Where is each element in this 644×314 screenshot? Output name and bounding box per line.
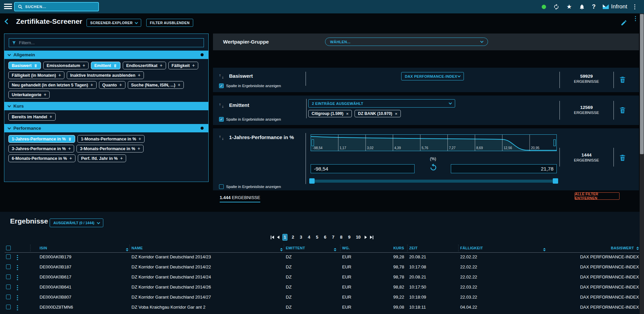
delete-filter-trash-icon[interactable] — [618, 106, 627, 114]
remove-chip-icon[interactable]: × — [395, 111, 397, 116]
column-header-basiswert[interactable]: BASISWERT — [553, 244, 639, 252]
range-left-handle[interactable] — [312, 139, 314, 146]
row-kebab-menu-icon[interactable] — [17, 285, 18, 286]
hide-filters-button[interactable]: FILTER AUSBLENDEN — [146, 19, 193, 27]
search-input[interactable]: SUCHEN... — [14, 2, 99, 11]
titlebar-kebab-menu-icon[interactable] — [635, 16, 636, 17]
pagination-page-6[interactable]: 6 — [323, 234, 328, 241]
pagination-page-10[interactable]: 10 — [355, 234, 362, 241]
filter-tag[interactable]: 1-Monats-Performance in %+ — [77, 135, 145, 143]
range-right-handle[interactable] — [553, 139, 556, 146]
pagination-prev-button[interactable] — [277, 234, 279, 241]
column-header-wg[interactable]: WG. — [342, 244, 350, 252]
reset-range-icon[interactable] — [429, 163, 437, 171]
table-row[interactable]: DE000AK0B187DZ Korridor Garant Deutschla… — [0, 262, 644, 272]
table-row[interactable]: DE000AK0B617DZ Korridor Garant Deutschla… — [0, 272, 644, 282]
filter-tag[interactable]: Unterkategorie+ — [8, 91, 50, 99]
filter-tag[interactable]: Fälligkeit (in Monaten)+ — [8, 71, 64, 79]
filter-tag[interactable]: Inaktive Instrumente ausblenden+ — [67, 71, 144, 79]
wertpapier-gruppe-select[interactable]: WÄHLEN... — [325, 38, 488, 46]
row-checkbox[interactable] — [6, 254, 11, 259]
filter-search-input[interactable] — [19, 40, 201, 45]
pagination-page-4[interactable]: 4 — [307, 234, 312, 241]
basiswert-dropdown[interactable]: DAX PERFORMANCE-INDEX — [401, 72, 464, 80]
pagination-page-8[interactable]: 8 — [339, 234, 344, 241]
table-row[interactable]: DE000DZ8TMN6DZ Voba Kraichgau Korridor G… — [0, 302, 644, 312]
pagination-next-button[interactable] — [365, 234, 367, 241]
filter-tag[interactable]: 3-Monats-Performance in %+ — [76, 145, 144, 152]
table-row[interactable]: DE000AK0B807DZ Korridor Garant Deutschla… — [0, 292, 644, 302]
table-row[interactable]: DE000AK0B641DZ Korridor Garant Deutschla… — [0, 282, 644, 292]
refresh-icon[interactable] — [553, 4, 559, 10]
sort-icon[interactable] — [331, 244, 336, 252]
remove-filter-trash-icon[interactable] — [113, 64, 117, 68]
scrollbar-thumb[interactable] — [640, 14, 644, 154]
filter-tag[interactable]: Bereits im Handel+ — [8, 113, 56, 121]
column-header-emittent[interactable]: EMITTENT — [286, 244, 305, 252]
column-header-faelligkeit[interactable]: FÄLLIGKEIT — [460, 244, 483, 252]
row-kebab-menu-icon[interactable] — [17, 265, 18, 266]
filter-search-field[interactable] — [9, 38, 204, 47]
column-header-zeit[interactable]: ZEIT — [409, 244, 418, 252]
drag-handle-icon[interactable]: ↑↓ — [219, 73, 224, 79]
filter-tag[interactable]: Perf. lfd. Jahr in %+ — [78, 154, 126, 162]
vertical-scrollbar[interactable] — [640, 13, 644, 314]
max-value-input[interactable] — [451, 164, 557, 173]
remove-all-filters-button[interactable]: ALLE FILTER ENTFERNEN — [575, 192, 620, 200]
menu-icon[interactable] — [4, 4, 12, 10]
delete-filter-trash-icon[interactable] — [618, 76, 627, 83]
pagination-page-5[interactable]: 5 — [315, 234, 320, 241]
row-checkbox[interactable] — [6, 295, 11, 299]
row-kebab-menu-icon[interactable] — [17, 255, 18, 256]
filter-tag[interactable]: Neu gehandelt (in den letzten 5 Tagen)+ — [8, 81, 97, 89]
filter-tag[interactable]: 1-Jahres-Performance in % — [8, 135, 75, 143]
pagination-page-1[interactable]: 1 — [282, 234, 287, 241]
row-kebab-menu-icon[interactable] — [17, 295, 18, 296]
pagination-last-button[interactable] — [370, 234, 373, 241]
slider-right-handle[interactable] — [553, 178, 558, 184]
select-all-checkbox[interactable] — [6, 246, 11, 250]
filter-section-header-performance[interactable]: Performance — [4, 124, 208, 132]
show-column-checkbox[interactable]: ✓ — [219, 83, 224, 88]
help-icon[interactable]: ? — [592, 3, 596, 10]
filter-tag[interactable]: Emissionsdatum+ — [43, 62, 89, 69]
screener-explorer-dropdown[interactable]: SCREENER-EXPLORER — [87, 19, 141, 27]
filter-tag[interactable]: Basiswert — [8, 62, 41, 69]
show-column-checkbox[interactable] — [219, 184, 224, 189]
remove-chip-icon[interactable]: × — [346, 111, 349, 116]
back-icon[interactable] — [5, 19, 9, 23]
range-slider-track[interactable] — [311, 180, 557, 183]
remove-filter-trash-icon[interactable] — [34, 64, 38, 68]
pagination-page-9[interactable]: 9 — [347, 234, 352, 241]
filter-section-header-allgemein[interactable]: Allgemein — [4, 51, 208, 59]
row-checkbox[interactable] — [6, 264, 11, 269]
filter-tag[interactable]: Emittent — [91, 62, 120, 69]
min-value-input[interactable] — [311, 164, 415, 173]
pagination-first-button[interactable] — [271, 234, 274, 241]
emittent-chip[interactable]: DZ BANK (10.970)× — [355, 110, 401, 117]
filter-section-header-kurs[interactable]: Kurs — [4, 102, 208, 110]
emittent-dropdown[interactable]: 2 EINTRÄGE AUSGEWÄHLT — [308, 99, 455, 108]
favorites-icon[interactable]: ★ — [567, 4, 572, 10]
sort-icon[interactable] — [541, 244, 546, 252]
filter-tag[interactable]: Fälligkeit+ — [168, 62, 198, 69]
column-header-isin[interactable]: ISIN — [40, 244, 47, 252]
delete-filter-trash-icon[interactable] — [618, 154, 627, 162]
filter-tag[interactable]: 3-Jahres-Performance in %+ — [8, 145, 74, 152]
row-checkbox[interactable] — [6, 305, 11, 309]
pagination-page-7[interactable]: 7 — [331, 234, 336, 241]
filter-tag[interactable]: Quanto+ — [99, 81, 125, 89]
drag-handle-icon[interactable]: ↑↓ — [219, 134, 224, 140]
edit-pencil-icon[interactable] — [621, 19, 627, 26]
row-checkbox[interactable] — [6, 285, 11, 289]
filter-tag[interactable]: Suche (Name, ISIN, ...)+ — [128, 81, 184, 89]
emittent-chip[interactable]: Citigroup (1.599)× — [308, 110, 352, 117]
table-row-partial[interactable] — [0, 312, 644, 314]
filter-tag[interactable]: 6-Monats-Performance in %+ — [8, 154, 75, 162]
column-header-kurs[interactable]: KURS — [371, 244, 404, 252]
row-checkbox[interactable] — [6, 274, 11, 279]
topbar-kebab-menu-icon[interactable] — [634, 4, 635, 5]
row-kebab-menu-icon[interactable] — [17, 275, 18, 276]
pagination-page-3[interactable]: 3 — [299, 234, 304, 241]
column-header-name[interactable]: NAME — [131, 244, 143, 252]
